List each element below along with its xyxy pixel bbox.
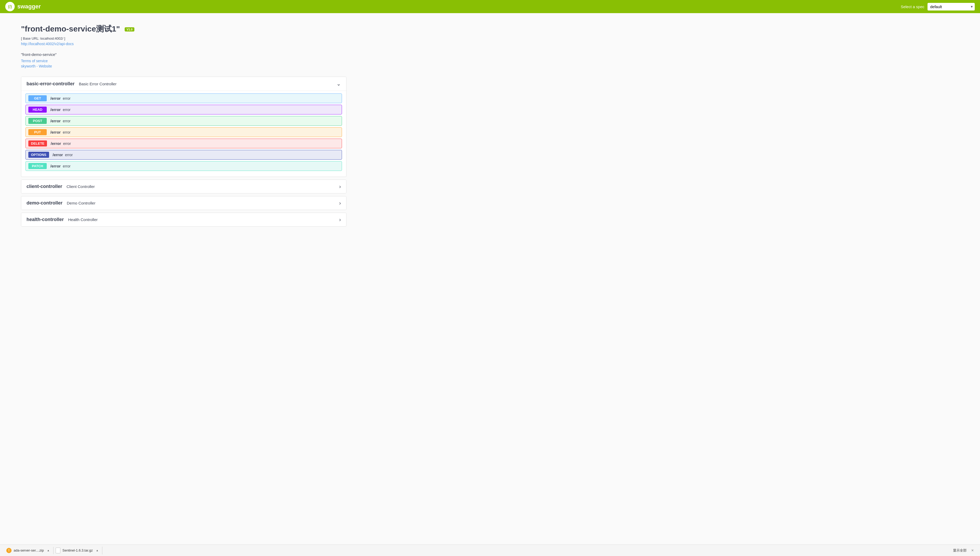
service-title: "front-demo-service测试1" V1.0 <box>21 24 346 34</box>
chevron-right-icon-demo: › <box>339 200 341 206</box>
download-chevron-1: ▲ <box>47 549 50 552</box>
warning-icon: ! <box>6 548 11 553</box>
controller-group-basic-error: basic-error-controller Basic Error Contr… <box>21 77 346 177</box>
endpoint-summary-patch-error: error <box>63 164 71 168</box>
file-icon <box>56 548 60 553</box>
terms-of-service-link[interactable]: Terms of service <box>21 59 346 63</box>
controller-group-health: health-controller Health Controller › <box>21 213 346 226</box>
controller-desc-health: Health Controller <box>68 217 98 222</box>
endpoint-row-put-error[interactable]: PUT /error error <box>26 127 342 137</box>
controller-header-health[interactable]: health-controller Health Controller › <box>21 213 346 226</box>
method-badge-delete: DELETE <box>28 141 47 147</box>
swagger-logo-icon: {/} <box>5 2 15 11</box>
download-item-2[interactable]: Sentinel-1.6.3.tar.gz ▲ <box>53 546 103 554</box>
controller-desc-demo: Demo Controller <box>67 201 95 205</box>
service-header: "front-demo-service测试1" V1.0 [ Base URL:… <box>21 24 346 68</box>
method-badge-patch: PATCH <box>28 163 47 169</box>
chevron-down-icon: ⌄ <box>336 81 341 87</box>
endpoint-summary-delete-error: error <box>63 142 71 146</box>
endpoint-row-patch-error[interactable]: PATCH /error error <box>26 161 342 171</box>
endpoint-path-post-error: /error <box>50 119 61 123</box>
show-all-button[interactable]: 显示全部 <box>950 547 969 554</box>
controller-desc-client: Client Controller <box>66 184 95 189</box>
controller-title-health: health-controller Health Controller <box>26 217 98 222</box>
endpoint-summary-options-error: error <box>65 153 73 157</box>
endpoint-summary-post-error: error <box>63 119 71 123</box>
website-link[interactable]: skyworth - Website <box>21 64 346 68</box>
spec-select[interactable]: default <box>928 3 975 10</box>
controller-name-demo: demo-controller <box>26 200 63 205</box>
controllers-section: basic-error-controller Basic Error Contr… <box>21 77 346 226</box>
controller-title-client: client-controller Client Controller <box>26 184 95 189</box>
chevron-right-icon-health: › <box>339 217 341 223</box>
endpoint-summary-head-error: error <box>63 108 71 112</box>
controller-name-health: health-controller <box>26 217 64 222</box>
service-description: "front-demo-service" <box>21 52 346 57</box>
base-url: [ Base URL: localhost:4002/ ] <box>21 37 346 40</box>
download-item-2-label: Sentinel-1.6.3.tar.gz <box>63 548 93 552</box>
endpoint-row-delete-error[interactable]: DELETE /error error <box>26 139 342 148</box>
endpoint-path-put-error: /error <box>50 130 61 134</box>
endpoint-path-head-error: /error <box>50 107 61 112</box>
download-item-1[interactable]: ! ada-server-ser....zip ▲ <box>4 547 53 554</box>
swagger-title: swagger <box>17 3 41 10</box>
controller-name-basic-error: basic-error-controller <box>26 81 74 86</box>
endpoint-row-post-error[interactable]: POST /error error <box>26 116 342 126</box>
endpoint-path-options-error: /error <box>53 152 63 157</box>
controller-name-client: client-controller <box>26 184 62 189</box>
select-spec-label: Select a spec <box>901 5 924 9</box>
controller-header-basic-error[interactable]: basic-error-controller Basic Error Contr… <box>21 77 346 91</box>
controller-group-demo: demo-controller Demo Controller › <box>21 196 346 210</box>
controller-header-client[interactable]: client-controller Client Controller › <box>21 180 346 193</box>
method-badge-post: POST <box>28 118 47 124</box>
endpoint-path-delete-error: /error <box>51 141 61 146</box>
brand: {/} swagger <box>5 2 41 11</box>
chevron-right-icon: › <box>339 184 341 189</box>
controller-endpoints-basic-error: GET /error error HEAD /error error POST … <box>21 91 346 177</box>
controller-title-basic-error: basic-error-controller Basic Error Contr… <box>26 81 116 87</box>
spec-selector-wrapper[interactable]: default <box>928 3 975 10</box>
endpoint-summary-put-error: error <box>63 130 71 134</box>
endpoint-row-options-error[interactable]: OPTIONS /error error <box>26 150 342 160</box>
api-docs-link[interactable]: http://localhost:4002/v2/api-docs <box>21 42 74 46</box>
endpoint-path-patch-error: /error <box>50 164 61 168</box>
endpoint-path-get-error: /error <box>50 96 61 100</box>
controller-header-demo[interactable]: demo-controller Demo Controller › <box>21 196 346 210</box>
endpoint-row-head-error[interactable]: HEAD /error error <box>26 105 342 115</box>
main-content: "front-demo-service测试1" V1.0 [ Base URL:… <box>0 13 367 250</box>
close-bar-button[interactable]: × <box>969 547 976 554</box>
download-item-1-label: ada-server-ser....zip <box>14 548 44 552</box>
navbar-right: Select a spec default <box>901 3 975 10</box>
endpoint-row-get-error[interactable]: GET /error error <box>26 94 342 103</box>
download-bar: ! ada-server-ser....zip ▲ Sentinel-1.6.3… <box>0 545 980 556</box>
version-badge: V1.0 <box>125 27 134 31</box>
download-chevron-2: ▲ <box>96 549 98 552</box>
method-badge-put: PUT <box>28 129 47 135</box>
controller-title-demo: demo-controller Demo Controller <box>26 200 95 206</box>
navbar: {/} swagger Select a spec default <box>0 0 980 13</box>
controller-desc-basic-error: Basic Error Controller <box>79 82 116 86</box>
method-badge-get: GET <box>28 95 47 101</box>
controller-group-client: client-controller Client Controller › <box>21 179 346 194</box>
method-badge-head: HEAD <box>28 107 47 113</box>
endpoint-summary-get-error: error <box>63 96 71 100</box>
method-badge-options: OPTIONS <box>28 152 49 158</box>
